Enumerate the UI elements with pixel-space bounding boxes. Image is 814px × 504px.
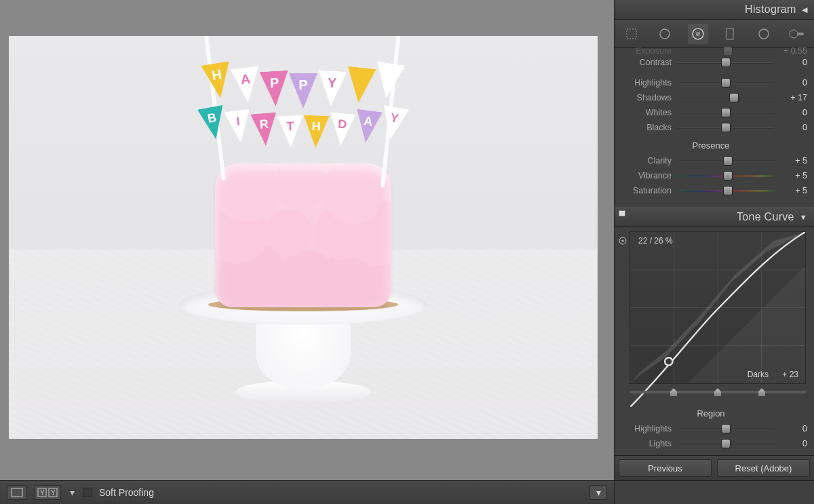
blacks-label: Blacks [615,123,672,132]
whites-slider[interactable] [677,108,775,117]
svg-point-3 [695,31,699,35]
preview-image: HAPPY BIRTHDAY [9,36,598,439]
soft-proofing-label: Soft Proofing [99,487,154,498]
clarity-label: Clarity [615,156,672,166]
whites-label: Whites [615,108,672,117]
tone-curve-title: Tone Curve [737,211,794,223]
shadows-slider[interactable] [677,93,775,102]
svg-point-6 [790,30,798,38]
svg-point-1 [660,29,670,39]
soft-proofing-checkbox[interactable] [83,488,92,497]
svg-rect-7 [797,33,804,35]
vibrance-slider[interactable] [677,171,775,180]
region-title: Region [615,408,807,419]
basic-sliders: Exposure + 0.55 Contrast 0 Highlights 0 … [615,48,814,208]
reset-button[interactable]: Reset (Adobe) [717,459,810,477]
tool-strip [615,20,814,47]
contrast-slider[interactable] [677,58,775,67]
region-lights-value[interactable]: 0 [780,439,807,448]
presence-title: Presence [615,140,807,151]
vibrance-value[interactable]: + 5 [780,171,807,180]
shadows-value[interactable]: + 17 [780,93,807,102]
contrast-label: Contrast [615,58,672,67]
region-highlights-slider[interactable] [677,424,775,433]
redeye-tool[interactable] [688,24,708,44]
brush-tool[interactable] [787,24,807,44]
svg-rect-0 [627,29,636,39]
svg-rect-11 [12,488,22,497]
spot-tool[interactable] [655,24,675,44]
highlights-label: Highlights [615,78,672,88]
crop-tool[interactable] [621,24,642,44]
tone-curve-range-splits[interactable] [629,387,806,398]
highlights-slider[interactable] [677,78,775,88]
region-highlights-value[interactable]: 0 [780,424,807,433]
saturation-label: Saturation [615,186,672,195]
svg-rect-4 [726,28,733,39]
previous-button[interactable]: Previous [619,459,712,477]
region-highlights-label: Highlights [615,424,672,433]
vibrance-label: Vibrance [615,171,672,180]
clarity-slider[interactable] [677,156,775,166]
develop-panel: Histogram ◀ [614,0,814,480]
histogram-panel-header[interactable]: Histogram ◀ [615,0,814,20]
gradient-tool[interactable] [720,24,741,44]
saturation-value[interactable]: + 5 [780,186,807,195]
whites-value[interactable]: 0 [780,108,807,117]
svg-point-9 [621,239,623,241]
target-adjust-icon[interactable] [618,236,627,248]
collapse-icon: ◀ [802,5,807,14]
blacks-slider[interactable] [677,123,775,132]
view-mode-dropdown[interactable]: ▾ [68,487,76,498]
toolbar-overflow-button[interactable]: ▾ [589,485,607,500]
clarity-value[interactable]: + 5 [780,156,807,166]
curve-range-label: Darks [748,370,769,379]
compare-view-button[interactable]: YY [34,485,61,500]
exposure-slider[interactable] [677,47,775,55]
contrast-value[interactable]: 0 [780,58,807,67]
panel-toggle[interactable] [619,210,625,217]
image-canvas[interactable]: HAPPY BIRTHDAY [0,0,614,480]
blacks-value[interactable]: 0 [780,123,807,132]
radial-tool[interactable] [754,24,774,44]
tone-curve-graph[interactable]: 22 / 26 % Darks + 23 [629,231,806,384]
curve-readout: 22 / 26 % [638,236,673,246]
svg-text:Y: Y [40,489,45,497]
expand-icon: ▼ [800,213,807,221]
tone-curve-header[interactable]: Tone Curve ▼ [615,207,814,227]
svg-point-10 [665,357,672,365]
region-lights-slider[interactable] [677,439,775,448]
region-lights-label: Lights [615,439,672,448]
shadows-label: Shadows [615,93,672,102]
highlights-value[interactable]: 0 [780,78,807,88]
svg-point-5 [759,29,769,39]
saturation-slider[interactable] [677,186,775,195]
svg-text:Y: Y [51,489,56,497]
curve-range-value: + 23 [782,370,798,379]
histogram-title: Histogram [745,3,796,16]
loupe-view-button[interactable] [7,485,27,500]
